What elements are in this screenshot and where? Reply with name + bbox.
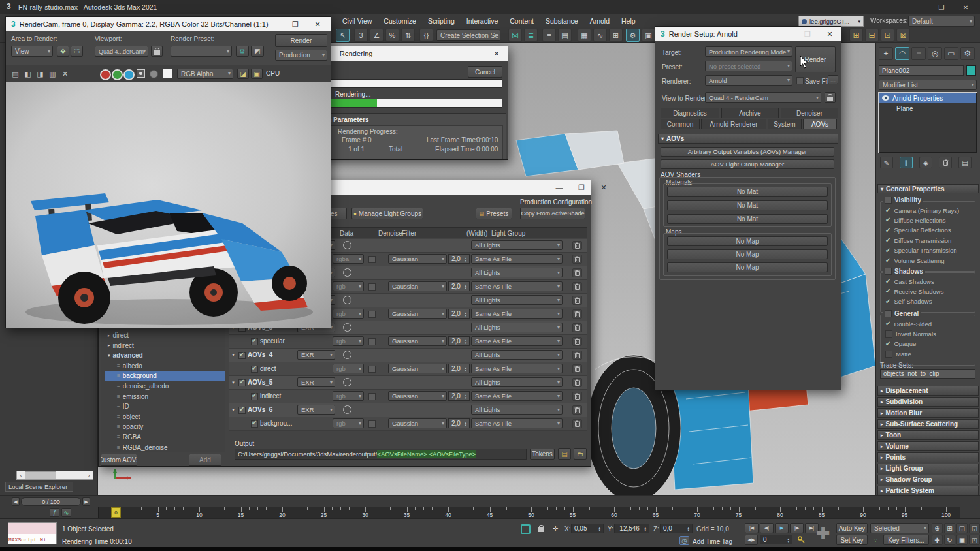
time-tag-icon[interactable]: ◷ <box>679 536 689 545</box>
ribbon-icon[interactable]: ▦ <box>578 29 591 42</box>
light-group-dropdown[interactable]: Same As File <box>471 364 563 373</box>
aov-enabled-checkbox[interactable]: ✔ <box>238 407 246 414</box>
pan-icon[interactable]: ✚ <box>932 535 943 545</box>
menu-substance[interactable]: Substance <box>540 14 584 27</box>
modifier-stack-item[interactable]: Plane <box>879 104 976 114</box>
copy-image-icon[interactable]: ◧ <box>22 69 33 79</box>
set-key-button[interactable]: Set Key <box>836 535 868 545</box>
create-tab-icon[interactable]: + <box>879 47 893 60</box>
aov-enabled-checkbox[interactable]: ✔ <box>251 420 258 428</box>
aov-enabled-checkbox[interactable]: ✔ <box>251 393 258 400</box>
explorer-window-icon-1[interactable]: ⊞ <box>849 29 863 42</box>
show-end-result-icon[interactable]: ∥ <box>900 157 913 168</box>
next-frame-icon[interactable]: |▶ <box>790 523 804 533</box>
aov-enabled-checkbox[interactable]: ✔ <box>238 352 246 359</box>
visibility-eye-icon[interactable] <box>882 95 889 102</box>
render-target-icon[interactable] <box>343 268 351 277</box>
modifier-list-dropdown[interactable]: Modifier List <box>879 80 977 90</box>
add-time-tag-label[interactable]: Add Time Tag <box>693 538 732 545</box>
menu-interactive[interactable]: Interactive <box>461 14 504 27</box>
cancel-button[interactable]: Cancel <box>468 66 502 78</box>
layers-icon[interactable]: ▣ <box>251 69 263 79</box>
rollout-volume[interactable]: ▸Volume <box>877 441 979 451</box>
render-target-icon[interactable] <box>343 296 351 304</box>
aov-list-item[interactable]: ≡object <box>105 412 225 422</box>
light-group-dropdown[interactable]: All Lights <box>471 350 563 360</box>
aov-child-row[interactable]: ✔directrgbGaussian2,0▴▾Same As File <box>229 362 587 376</box>
aovs-rollout-header[interactable]: ▾ AOVs <box>658 134 838 144</box>
minimize-window-icon[interactable]: — <box>907 0 929 14</box>
aov-list-item[interactable]: ≡background <box>105 371 225 381</box>
delete-aov-icon[interactable] <box>572 364 582 373</box>
delete-aov-icon[interactable] <box>572 351 582 360</box>
key-steps-icon[interactable]: ∵ <box>870 535 881 545</box>
view-to-render-dropdown[interactable]: Quad 4 - RenderCam <box>705 92 821 103</box>
delete-aov-icon[interactable] <box>572 337 582 346</box>
render-mode-dropdown[interactable]: Production <box>275 50 327 61</box>
denoise-checkbox[interactable] <box>368 338 376 345</box>
tokens-button[interactable]: Tokens <box>530 449 555 460</box>
group-checkbox[interactable] <box>885 310 892 317</box>
spinner-snap-icon[interactable]: ⇅ <box>401 29 415 42</box>
save-file-checkbox[interactable] <box>796 77 804 84</box>
hierarchy-tab-icon[interactable]: ≡ <box>911 47 926 60</box>
light-group-dropdown[interactable]: All Lights <box>471 377 563 387</box>
light-group-manager-button[interactable]: AOV Light Group Manager <box>661 159 834 169</box>
data-dropdown[interactable]: rgb <box>333 391 364 401</box>
scene-explorer-hscrollbar[interactable]: ‹ › <box>16 471 93 480</box>
close-window-icon[interactable]: ✕ <box>306 17 329 31</box>
minimize-window-icon[interactable]: — <box>774 27 796 41</box>
delete-aov-icon[interactable] <box>572 392 582 401</box>
light-group-dropdown[interactable]: All Lights <box>471 268 563 277</box>
orbit-icon[interactable]: ↻ <box>944 535 955 545</box>
property-toggle[interactable]: ✔Specular Reflections <box>885 226 974 235</box>
selection-set-dropdown[interactable]: Create Selection Se <box>436 29 500 41</box>
property-toggle[interactable]: ✔Diffuse Transmission <box>885 236 974 245</box>
tab-system[interactable]: System <box>768 119 802 129</box>
tab-aovs[interactable]: AOVs <box>803 119 837 129</box>
delete-aov-icon[interactable] <box>572 255 582 264</box>
property-toggle[interactable]: ✔Diffuse Reflections <box>885 215 974 225</box>
delete-aov-icon[interactable] <box>572 309 582 319</box>
align-icon[interactable]: ≣ <box>524 29 538 42</box>
minimize-window-icon[interactable]: — <box>548 180 570 195</box>
rollout-points[interactable]: ▸Points <box>877 452 979 462</box>
filter-dropdown[interactable]: Gaussian <box>388 391 447 401</box>
aov-enabled-checkbox[interactable]: ✔ <box>238 379 246 386</box>
light-group-dropdown[interactable]: All Lights <box>471 295 563 305</box>
aov-list-item[interactable]: ≡opacity <box>105 422 225 432</box>
current-frame-field[interactable]: 0▴▾ <box>760 535 792 544</box>
rollout-light-group[interactable]: ▸Light Group <box>877 464 979 473</box>
lock-viewport-icon[interactable] <box>151 46 163 57</box>
display-tab-icon[interactable]: ▭ <box>944 47 958 60</box>
close-window-icon[interactable]: ✕ <box>819 27 841 41</box>
menu-customize[interactable]: Customize <box>378 14 422 27</box>
clear-image-icon[interactable]: ✕ <box>59 69 71 79</box>
light-group-dropdown[interactable]: Same As File <box>471 309 563 319</box>
width-spinner[interactable]: 2,0▴▾ <box>448 418 470 428</box>
zoom-all-icon[interactable]: ⊞ <box>944 523 955 533</box>
object-name-field[interactable]: Plane002 <box>879 65 964 76</box>
print-image-icon[interactable]: ▥ <box>47 69 58 79</box>
z-coordinate-field[interactable]: 0,0▴▾ <box>660 524 693 533</box>
output-path-field[interactable]: C:/Users/griggsl/Documents/3dsMax/render… <box>235 449 527 460</box>
presets-button[interactable]: ▤ Presets <box>476 208 512 219</box>
aov-list-item[interactable]: ≡albedo <box>105 361 225 371</box>
data-dropdown[interactable]: rgb <box>333 336 364 346</box>
aov-list-item[interactable]: ≡RGBA_denoise <box>105 443 225 452</box>
render-setup-icon[interactable]: ⚙ <box>626 29 640 42</box>
clear-color-swatch[interactable] <box>163 69 172 78</box>
aov-list-item[interactable]: ≡emission <box>105 392 225 401</box>
manage-light-groups-button[interactable]: ● Manage Light Groups <box>351 208 423 219</box>
aov-group-row[interactable]: ▾✔AOVs_6EXRAll Lights <box>229 403 587 417</box>
delete-aov-icon[interactable] <box>572 378 582 387</box>
render-target-icon[interactable] <box>343 378 351 386</box>
modify-tab-icon[interactable]: ◠ <box>895 47 909 60</box>
light-group-dropdown[interactable]: Same As File <box>471 391 563 401</box>
expand-arrow-icon[interactable]: ▾ <box>231 407 236 413</box>
map-slot-button[interactable]: No Map <box>667 262 828 272</box>
render-target-icon[interactable] <box>343 323 351 332</box>
key-mode-toggle-icon[interactable]: ◀▶ <box>745 535 758 545</box>
property-toggle[interactable]: ✔Double-Sided <box>885 319 974 328</box>
explorer-window-icon-3[interactable]: ⊡ <box>881 29 894 42</box>
